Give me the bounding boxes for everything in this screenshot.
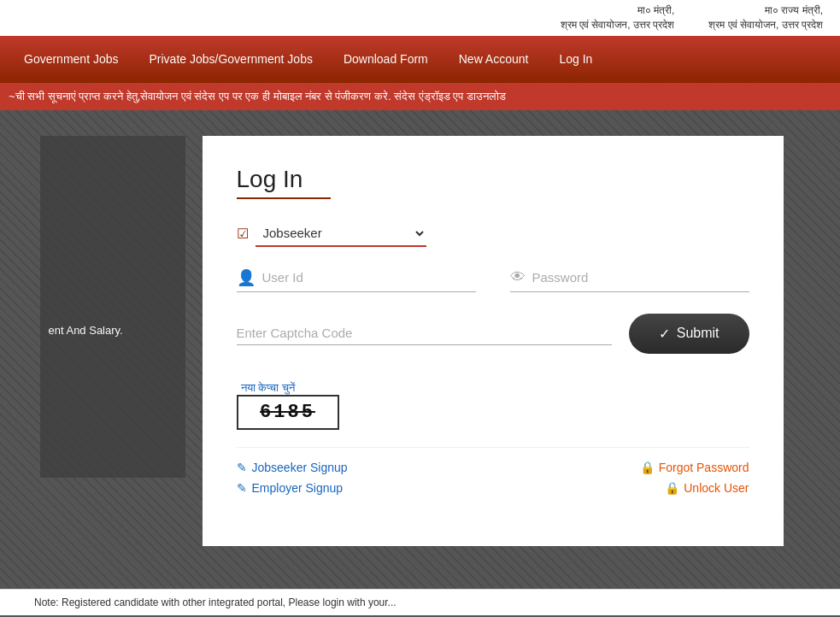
- userid-input[interactable]: [262, 270, 476, 285]
- minister2-dept: श्रम एवं सेवायोजन, उत्तर प्रदेश: [708, 18, 823, 32]
- captcha-image-area: नया केप्चा चुनें 6185: [237, 379, 339, 430]
- captcha-input-group: [237, 321, 612, 345]
- captcha-submit-row: ✓ Submit: [237, 314, 749, 354]
- user-type-select[interactable]: Jobseeker Employer Exchange: [256, 220, 426, 247]
- unlock-icon: 🔒: [665, 481, 679, 495]
- nav-private-jobs[interactable]: Private Jobs/Government Jobs: [134, 36, 328, 83]
- note-bar: Note: Registered candidate with other in…: [0, 589, 840, 615]
- unlock-user-link[interactable]: 🔒 Unlock User: [665, 481, 749, 495]
- captcha-display: 6185: [237, 395, 339, 430]
- login-divider: [237, 197, 331, 199]
- refresh-captcha-link[interactable]: नया केप्चा चुनें: [241, 381, 295, 394]
- credentials-row: 👤 👁: [237, 268, 749, 292]
- unlock-user-label: Unlock User: [684, 481, 749, 495]
- main-content: ent And Salary. Log In ☑ Jobseeker Emplo…: [0, 110, 840, 589]
- sidebar: ent And Salary.: [40, 136, 185, 478]
- sidebar-text: ent And Salary.: [49, 324, 177, 337]
- note-text: Note: Registered candidate with other in…: [34, 596, 397, 608]
- jobseeker-signup-label: Jobseeker Signup: [252, 461, 348, 474]
- user-type-icon: ☑: [237, 226, 249, 242]
- lock-icon: 🔒: [640, 461, 655, 474]
- employer-signup-icon: ✎: [237, 481, 247, 495]
- captcha-image-row: नया केप्चा चुनें 6185: [237, 379, 749, 430]
- eye-icon: 👁: [510, 268, 526, 286]
- captcha-input[interactable]: [237, 321, 612, 345]
- nav-login[interactable]: Log In: [543, 36, 608, 83]
- password-input[interactable]: [532, 270, 749, 285]
- jobseeker-signup-icon: ✎: [237, 461, 247, 474]
- minister1-title: मा० मंत्री,: [561, 3, 675, 18]
- forgot-password-link[interactable]: 🔒 Forgot Password: [640, 461, 749, 474]
- captcha-section: ✓ Submit नया केप्चा चुनें 6185: [237, 314, 749, 430]
- header-top: मा० मंत्री, श्रम एवं सेवायोजन, उत्तर प्र…: [0, 0, 840, 36]
- nav-download-form[interactable]: Download Form: [328, 36, 443, 83]
- submit-label: Submit: [677, 326, 720, 341]
- ticker-text: ~ची सभी सूचनाएं प्राप्त करने हेतु,सेवायो…: [9, 90, 506, 103]
- jobseeker-signup-link[interactable]: ✎ Jobseeker Signup: [237, 461, 348, 474]
- ticker-bar: ~ची सभी सूचनाएं प्राप्त करने हेतु,सेवायो…: [0, 83, 840, 110]
- submit-button[interactable]: ✓ Submit: [629, 314, 749, 354]
- user-type-row: ☑ Jobseeker Employer Exchange: [237, 220, 749, 247]
- password-group: 👁: [510, 268, 749, 292]
- minister2: मा० राज्य मंत्री, श्रम एवं सेवायोजन, उत्…: [708, 3, 823, 32]
- submit-check-icon: ✓: [659, 326, 670, 342]
- minister1: मा० मंत्री, श्रम एवं सेवायोजन, उत्तर प्र…: [561, 3, 675, 32]
- login-title: Log In: [237, 166, 749, 193]
- main-navbar: Government Jobs Private Jobs/Government …: [0, 36, 840, 83]
- right-links: 🔒 Forgot Password 🔒 Unlock User: [640, 461, 749, 495]
- ministers-info: मा० मंत्री, श्रम एवं सेवायोजन, उत्तर प्र…: [561, 3, 823, 32]
- user-icon: 👤: [237, 268, 256, 287]
- minister1-dept: श्रम एवं सेवायोजन, उत्तर प्रदेश: [561, 18, 675, 32]
- minister2-title: मा० राज्य मंत्री,: [708, 3, 823, 18]
- userid-group: 👤: [237, 268, 476, 292]
- login-card: Log In ☑ Jobseeker Employer Exchange 👤 👁: [203, 136, 784, 546]
- left-links: ✎ Jobseeker Signup ✎ Employer Signup: [237, 461, 348, 495]
- employer-signup-link[interactable]: ✎ Employer Signup: [237, 481, 348, 495]
- forgot-password-label: Forgot Password: [659, 461, 749, 474]
- nav-govt-jobs[interactable]: Government Jobs: [9, 36, 134, 83]
- employer-signup-label: Employer Signup: [252, 481, 344, 495]
- bottom-links: ✎ Jobseeker Signup ✎ Employer Signup 🔒 F…: [237, 447, 749, 495]
- nav-new-account[interactable]: New Account: [443, 36, 544, 83]
